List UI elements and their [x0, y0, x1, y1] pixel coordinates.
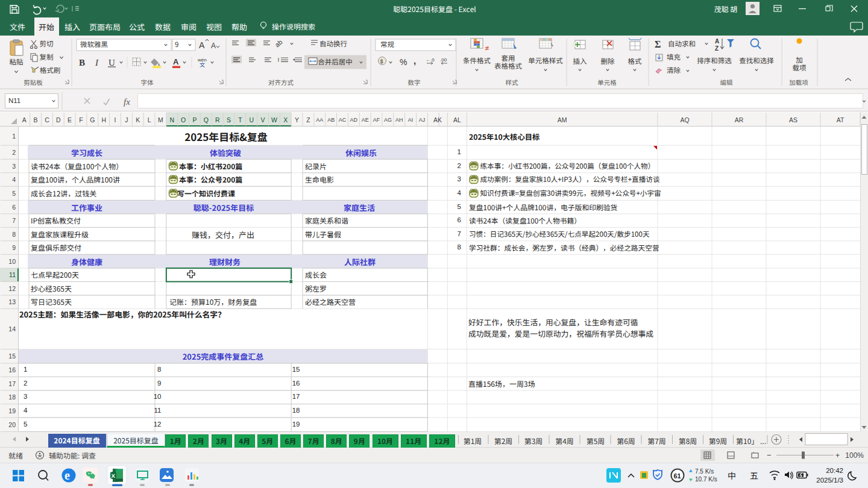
svg-text:A: A: [173, 57, 179, 66]
svg-text:,: ,: [414, 55, 416, 66]
svg-text:≠: ≠: [485, 45, 489, 52]
svg-text:61: 61: [674, 472, 681, 480]
svg-text:$: $: [380, 58, 383, 64]
svg-text:Σ: Σ: [655, 39, 661, 49]
svg-text:←.0: ←.0: [426, 57, 435, 63]
svg-text:+: +: [835, 451, 840, 460]
svg-text:−: −: [767, 451, 772, 460]
svg-text:%: %: [400, 57, 407, 67]
svg-text:B: B: [79, 58, 85, 67]
svg-text:文: 文: [200, 61, 205, 69]
svg-text:U: U: [108, 58, 115, 67]
svg-text:A: A: [715, 38, 719, 45]
svg-text:I: I: [95, 58, 99, 67]
svg-text:ab: ab: [274, 38, 284, 48]
svg-text:A: A: [199, 40, 205, 50]
svg-text:X: X: [112, 472, 116, 479]
svg-text:A: A: [211, 42, 216, 50]
svg-text:Z: Z: [715, 45, 719, 52]
svg-text:fx: fx: [124, 97, 130, 107]
svg-text:.00: .00: [440, 57, 447, 63]
svg-text:e: e: [64, 469, 70, 482]
